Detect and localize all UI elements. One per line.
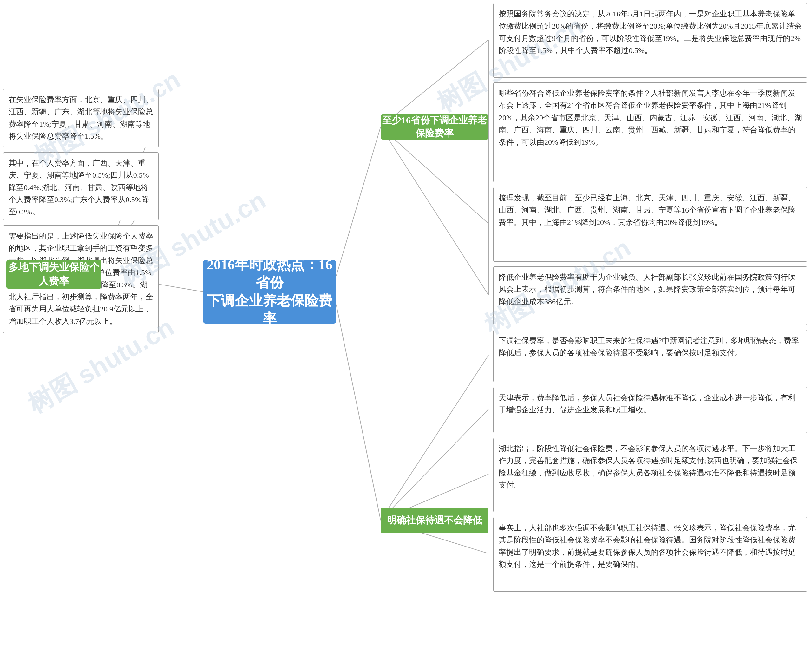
svg-line-12 (381, 409, 489, 520)
text-box-impact-content: 下调社保费率，是否会影响职工未来的社保待遇?中新网记者注意到，多地明确表态，费率… (498, 337, 799, 357)
text-box-impact: 下调社保费率，是否会影响职工未来的社保待遇?中新网记者注意到，多地明确表态，费率… (493, 330, 807, 382)
text-box-benefit: 降低企业养老保险费率有助于为企业减负。人社部副部长张义珍此前在国务院政策例行吹风… (493, 266, 807, 325)
right-node-1-label: 至少16省份下调企业养老保险费率 (381, 114, 489, 140)
right-node-2: 明确社保待遇不会降低 (381, 507, 489, 533)
center-node: 2016年时政热点：16省份 下调企业养老保险费率 (203, 260, 336, 323)
svg-line-11 (381, 355, 489, 520)
center-line1: 2016年时政热点：16省份 (207, 257, 332, 291)
text-box-personal-rate: 其中，在个人费率方面，广西、天津、重庆、宁夏、湖南等地降至0.5%;四川从0.5… (3, 152, 158, 220)
svg-line-1 (336, 127, 381, 276)
text-box-hubei: 湖北指出，阶段性降低社会保险费，不会影响参保人员的各项待遇水平。下一步将加大工作… (493, 438, 807, 512)
text-box-unemployment-rate-content: 在失业保险费率方面，北京、重庆、四川、江西、新疆、广东、湖北等地将失业保险总费率… (9, 95, 153, 140)
left-node: 多地下调失业保险个人费率 (6, 260, 102, 289)
right-node-2-label: 明确社保待遇不会降低 (387, 514, 482, 527)
text-box-ministry-content: 事实上，人社部也多次强调不会影响职工社保待遇。张义珍表示，降低社会保险费率，尤其… (498, 524, 795, 568)
text-box-tianjin-content: 天津表示，费率降低后，参保人员社会保险待遇标准不降低，企业成本进一步降低，有利于… (498, 394, 795, 414)
text-box-personal-rate-content: 其中，在个人费率方面，广西、天津、重庆、宁夏、湖南等地降至0.5%;四川从0.5… (9, 159, 149, 216)
text-box-ministry: 事实上，人社部也多次强调不会影响职工社保待遇。张义珍表示，降低社会保险费率，尤其… (493, 517, 807, 592)
svg-line-9 (381, 127, 489, 224)
canvas: 树图 shutu.cn 树图 shutu.cn 树图 shutu.cn 树图 s… (0, 0, 812, 655)
text-box-unemployment-rate: 在失业保险费率方面，北京、重庆、四川、江西、新疆、广东、湖北等地将失业保险总费率… (3, 89, 158, 148)
text-box-conditions-content: 哪些省份符合降低企业养老保险费率的条件？人社部新闻发言人李忠在今年一季度新闻发布… (498, 89, 802, 146)
text-box-hubei-content: 湖北指出，阶段性降低社会保险费，不会影响参保人员的各项待遇水平。下一步将加大工作… (498, 444, 798, 489)
text-box-benefit-content: 降低企业养老保险费率有助于为企业减负。人社部副部长张义珍此前在国务院政策例行吹风… (498, 273, 795, 306)
text-box-policy-detail: 按照国务院常务会议的决定，从2016年5月1日起两年内，一是对企业职工基本养老保… (493, 3, 807, 78)
left-node-label: 多地下调失业保险个人费率 (6, 260, 102, 288)
text-box-conditions: 哪些省份符合降低企业养老保险费率的条件？人社部新闻发言人李忠在今年一季度新闻发布… (493, 83, 807, 182)
svg-line-2 (336, 304, 381, 520)
text-box-policy-detail-content: 按照国务院常务会议的决定，从2016年5月1日起两年内，一是对企业职工基本养老保… (498, 10, 801, 55)
text-box-tianjin: 天津表示，费率降低后，参保人员社会保险待遇标准不降低，企业成本进一步降低，有利于… (493, 387, 807, 433)
text-box-provinces-content: 梳理发现，截至目前，至少已经有上海、北京、天津、四川、重庆、安徽、江西、新疆、山… (498, 194, 795, 226)
svg-line-10 (381, 127, 489, 295)
center-line2: 下调企业养老保险费率 (207, 293, 332, 327)
right-node-1: 至少16省份下调企业养老保险费率 (381, 114, 489, 140)
text-box-provinces: 梳理发现，截至目前，至少已经有上海、北京、天津、四川、重庆、安徽、江西、新疆、山… (493, 187, 807, 262)
